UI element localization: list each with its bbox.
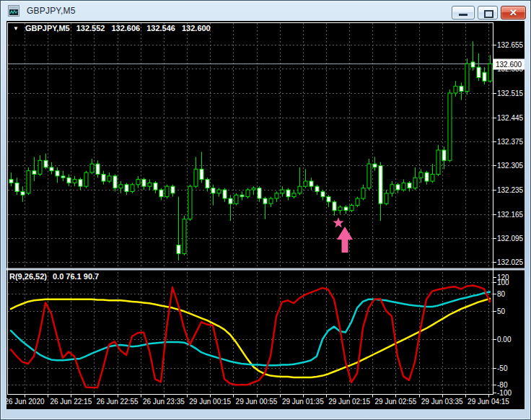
bear-candle [9, 180, 13, 183]
bull-candle [385, 193, 388, 204]
bear-candle [229, 198, 232, 204]
time-axis-label: 26 Jun 22:55 [97, 398, 139, 406]
bull-candle [275, 193, 278, 198]
bull-candle [436, 150, 440, 175]
maximize-button[interactable] [478, 6, 498, 19]
bull-candle [183, 219, 186, 254]
bull-candle [234, 195, 238, 204]
bull-candle [148, 183, 152, 186]
bull-candle [304, 181, 307, 186]
bull-candle [356, 198, 359, 206]
time-axis-label: 29 Jun 01:35 [282, 398, 324, 406]
indicator-axis-label: 50 [497, 307, 506, 315]
time-axis-label: 29 Jun 00:15 [189, 398, 231, 406]
indicator-label: R(9,26,52) 0.0 76.1 90.7 [9, 272, 99, 281]
price-axis-label: 132.305 [497, 162, 524, 170]
bear-candle [32, 171, 36, 175]
bear-candle [21, 191, 25, 195]
close-button[interactable]: ✕ [501, 6, 526, 19]
indicator-axis-label: -100 [497, 389, 512, 397]
bull-candle [73, 180, 76, 183]
bear-candle [44, 160, 48, 167]
pane-separator[interactable] [6, 268, 525, 271]
bear-candle [50, 167, 53, 171]
close-icon: ✕ [501, 6, 525, 19]
bull-candle [269, 198, 273, 204]
bull-candle [84, 172, 88, 186]
bear-candle [373, 164, 377, 167]
price-axis-label: 132.025 [497, 258, 524, 266]
bear-candle [15, 183, 19, 191]
price-axis-label: 132.515 [497, 89, 524, 97]
ohlc-symbol: GBPJPY,M5 [25, 24, 70, 32]
ohlc-open: 132.552 [76, 24, 105, 32]
bear-candle [102, 175, 105, 182]
indicator-axis-label: 0.00 [497, 336, 512, 344]
titlebar[interactable]: GBPJPY,M5 ✕ [1, 1, 530, 21]
bear-candle [125, 185, 128, 192]
bull-candle [454, 86, 457, 93]
price-axis-label: 132.095 [497, 235, 524, 242]
bull-candle [361, 188, 365, 198]
bull-candle [402, 183, 405, 190]
bull-candle [281, 190, 284, 193]
bear-candle [263, 198, 267, 204]
bull-candle [27, 171, 30, 193]
indicator-axis-label: -50 [497, 364, 508, 372]
bull-candle [136, 180, 140, 185]
bear-candle [177, 245, 180, 254]
bull-candle [131, 185, 134, 192]
bear-candle [477, 67, 480, 77]
bull-candle [38, 160, 42, 174]
bear-candle [321, 191, 325, 196]
symbol-dropdown-arrow-icon[interactable]: ▼ [13, 25, 19, 32]
bull-candle [188, 186, 192, 219]
minimize-button[interactable] [452, 6, 475, 19]
bull-candle [413, 178, 417, 188]
indicator-axis-label: -80 [497, 381, 508, 389]
indicator-name: R(9,26,52) [9, 272, 47, 281]
time-axis-label: 26 Jun 23:35 [143, 398, 185, 406]
bull-candle [292, 193, 296, 197]
bear-candle [240, 195, 244, 196]
chart-window-icon [8, 5, 19, 17]
time-axis-label: 26 Jun 22:15 [50, 398, 92, 406]
bear-candle [379, 166, 382, 204]
ohlc-low: 132.546 [146, 24, 175, 32]
time-axis-label: 29 Jun 02:15 [328, 398, 370, 406]
time-axis-label: 29 Jun 04:15 [468, 398, 509, 406]
chart-canvas[interactable]: 132.655132.585132.515132.445132.375132.3… [6, 21, 525, 409]
ohlc-high: 132.606 [111, 24, 140, 32]
current-price-tag-label: 132.600 [496, 61, 522, 69]
bear-candle [171, 186, 175, 193]
bear-candle [56, 171, 59, 176]
bear-candle [425, 172, 429, 181]
ohlc-header[interactable]: ▼ GBPJPY,M5 132.552 132.606 132.546 132.… [13, 24, 211, 32]
bear-candle [223, 190, 227, 198]
bull-candle [338, 207, 342, 211]
bull-candle [194, 169, 198, 186]
bull-candle [419, 172, 423, 178]
bear-candle [408, 183, 411, 188]
bear-candle [344, 207, 348, 211]
time-axis-label: 29 Jun 03:35 [421, 398, 463, 406]
bull-candle [298, 186, 302, 193]
time-axis-label: 29 Jun 02:55 [374, 398, 416, 406]
bear-candle [96, 164, 100, 174]
price-axis-label: 132.235 [497, 186, 524, 194]
bull-candle [107, 176, 111, 181]
bear-candle [211, 188, 215, 193]
bull-candle [90, 164, 94, 172]
price-axis-label: 132.655 [497, 41, 524, 49]
indicator-axis-label: 80 [497, 290, 506, 298]
bull-candle [252, 188, 255, 190]
time-axis-label: 26 Jun 2020 [6, 398, 45, 406]
indicator-axis-label: 100 [497, 279, 509, 286]
bear-candle [286, 190, 290, 197]
bear-candle [258, 188, 261, 198]
bear-candle [67, 178, 71, 183]
ohlc-close: 132.600 [182, 24, 211, 32]
bear-candle [315, 186, 319, 191]
bear-candle [61, 176, 65, 178]
bull-candle [465, 64, 469, 91]
